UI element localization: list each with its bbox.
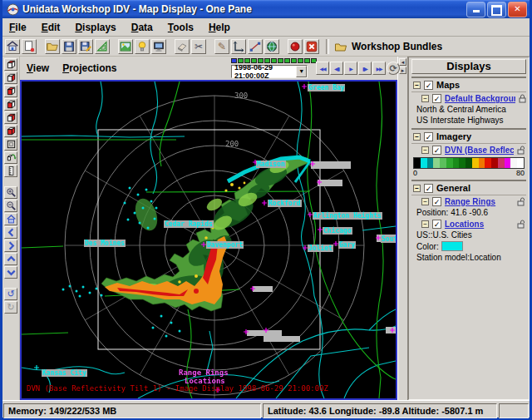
loop-button[interactable]: ⟳ [387,62,400,75]
pan-right-button[interactable] [4,240,17,252]
rotate-cube-button[interactable] [4,151,17,164]
perspective-front-button[interactable] [4,98,17,111]
locations-link[interactable]: Locations [445,220,514,229]
display-window-button[interactable] [151,39,166,54]
reflectivity-colorbar[interactable] [413,157,525,169]
save-button[interactable] [62,39,76,54]
dvn-reflectivity-row: − ✓ DVN (Base Reflectivity ... [411,144,526,156]
default-background-maps-row: − ✓ Default Background Ma... [411,92,526,104]
imagery-section-label: Imagery [436,131,471,141]
collapse-icon[interactable]: − [421,146,429,154]
locations-row: − ✓ Locations [411,218,526,230]
dvn-visibility-checkbox[interactable]: ✓ [432,146,441,155]
pan-up-button[interactable] [4,253,17,265]
city-label: Green Bay [308,84,345,91]
redo-view-button[interactable]: ↻ [4,301,17,314]
undo-rotate-icon: ↺ [7,289,14,299]
record-button[interactable] [288,39,303,54]
lock-open-icon[interactable] [517,197,526,206]
pan-down-icon [6,267,17,278]
drawing-tool-button[interactable] [95,39,110,54]
dvn-reflectivity-link[interactable]: DVN (Base Reflectivity ... [445,146,514,155]
fast-forward-button[interactable]: ▶▶ [372,62,386,75]
collapse-icon[interactable]: − [421,95,429,102]
cube-top-icon [6,59,17,70]
home-button[interactable] [5,39,20,54]
range-rings-checkbox[interactable]: ✓ [432,197,441,206]
range-rings-link[interactable]: Range Rings [445,197,514,206]
rewind-button[interactable]: ◀◀ [316,62,329,75]
chevron-down-icon[interactable]: ▼ [296,66,307,77]
menu-projections[interactable]: Projections [62,62,116,74]
collapse-icon[interactable]: − [413,82,421,89]
panel-splitter[interactable]: ◄ ► [397,57,408,400]
radar-map-canvas[interactable]: 300 200 Green Bay Madison Rockford Arlin… [22,82,396,398]
measure-button[interactable] [4,165,17,177]
erase-button[interactable] [175,39,190,54]
collapse-icon[interactable]: − [413,133,421,141]
perspective-bottom-button[interactable] [4,125,17,137]
profile-button[interactable] [248,39,263,54]
cursor-position-status: Latitude: 43.6 Longitude: -89.8 Altitude… [263,403,497,418]
general-visibility-checkbox[interactable]: ✓ [424,184,433,193]
workshop-bundles-group[interactable]: Workshop Bundles [334,41,442,52]
collapse-icon[interactable]: − [413,185,421,192]
idea-button[interactable] [135,39,150,54]
menu-data[interactable]: Data [131,22,153,33]
open-folder-icon [46,40,59,53]
background-maps-checkbox[interactable]: ✓ [432,94,441,103]
cube-filled-icon [6,86,17,96]
menu-view[interactable]: View [27,62,49,74]
collapse-icon[interactable]: − [421,198,429,205]
collapse-right-icon[interactable]: ► [399,67,406,74]
menu-file[interactable]: File [9,22,27,33]
undo-view-button[interactable]: ↺ [4,288,17,300]
lock-open-icon[interactable] [517,146,526,155]
locations-checkbox[interactable]: ✓ [432,220,441,229]
step-back-button[interactable]: ◀▮ [330,62,343,75]
pan-right-icon [6,240,17,251]
range-ring-label-300: 300 [234,91,248,100]
chart-button[interactable] [118,39,133,54]
new-display-button[interactable] [22,39,37,54]
save-as-button[interactable] [78,39,93,54]
flat-view-button[interactable] [4,138,17,151]
cut-button[interactable]: ✂ [191,39,206,54]
range-rings-position: Position: 41.6 -90.6 [411,207,526,218]
open-button[interactable] [45,39,60,54]
time-selector[interactable]: 1998-06-29 21:00:00Z ▼ [231,65,308,78]
menu-displays[interactable]: Displays [75,22,116,33]
imagery-visibility-checkbox[interactable]: ✓ [424,132,433,141]
maps-visibility-checkbox[interactable]: ✓ [424,81,433,90]
perspective-top-button[interactable] [4,58,17,71]
home-view-button[interactable] [4,213,17,225]
menu-tools[interactable]: Tools [168,22,194,33]
lock-closed-icon[interactable] [519,94,526,103]
menu-edit[interactable]: Edit [42,22,61,33]
globe-button[interactable] [264,39,279,54]
default-background-maps-link[interactable]: Default Background Ma... [445,94,515,103]
city-label: Chicago [323,227,352,235]
image-caption: DVN (Base Reflectivity Tilt 1) - Image D… [27,384,328,393]
plot-button[interactable] [231,39,246,54]
close-button[interactable]: ✕ [508,2,527,17]
menu-help[interactable]: Help [209,22,230,33]
edit-button[interactable]: ✎ [214,39,229,54]
minimize-button[interactable] [466,2,485,17]
perspective-corner-button[interactable] [4,111,17,124]
step-forward-button[interactable]: ▮▶ [358,62,372,75]
perspective-side-button[interactable] [4,72,17,84]
maximize-button[interactable] [487,2,506,17]
pan-down-button[interactable] [4,266,17,279]
play-button[interactable]: ▶ [344,62,357,75]
zoom-in-icon [6,187,17,198]
zoom-out-button[interactable] [4,200,17,212]
map-display[interactable]: 300 200 Green Bay Madison Rockford Arlin… [20,80,397,400]
perspective-all-button[interactable] [4,85,17,97]
zoom-in-button[interactable] [4,186,17,199]
pan-left-button[interactable] [4,226,17,239]
remove-button[interactable] [304,39,319,54]
lock-open-icon[interactable] [517,220,526,229]
collapse-left-icon[interactable]: ◄ [399,58,406,66]
collapse-icon[interactable]: − [421,220,429,228]
